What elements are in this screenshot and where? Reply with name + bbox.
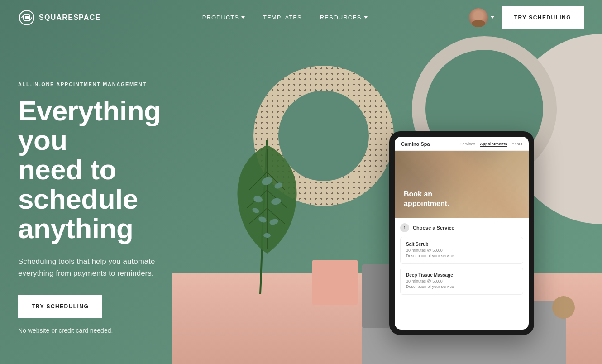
pink-block [312, 260, 358, 305]
nav-templates[interactable]: TEMPLATES [263, 14, 302, 21]
navbar-links: PRODUCTS TEMPLATES RESOURCES [202, 14, 368, 21]
nav-resources[interactable]: RESOURCES [320, 14, 368, 21]
hero-subtext: Scheduling tools that help you automate … [18, 256, 172, 279]
service-detail-1: 30 minutes @ 50.00 [406, 248, 517, 253]
step-label: Choose a Service [413, 225, 454, 230]
hero-headline-line2: need to schedule [18, 154, 138, 215]
hero-eyebrow: ALL-IN-ONE APPOINTMENT MANAGEMENT [18, 81, 208, 87]
try-scheduling-button[interactable]: TRY SCHEDULING [502, 6, 584, 29]
hero-headline-line1: Everything you [18, 95, 161, 156]
cylinder-decoration [552, 296, 575, 319]
tablet-nav: Services Appointments About [459, 142, 522, 147]
service-card-1: Salt Scrub 30 minutes @ 50.00 Descriptio… [400, 237, 523, 264]
tablet-nav-appointments: Appointments [480, 142, 507, 147]
nav-products[interactable]: PRODUCTS [202, 14, 245, 21]
leaf-decoration [222, 136, 312, 299]
tablet-hero-text: Book an appointment. [404, 190, 449, 209]
step-number: 1 [400, 223, 409, 232]
navbar: SQUARESPACE PRODUCTS TEMPLATES RESOURCES… [0, 0, 602, 35]
products-chevron-icon [241, 16, 245, 19]
leaf-svg [222, 136, 312, 299]
service-card-2: Deep Tissue Massage 30 minutes @ 50.00 D… [400, 268, 523, 295]
resources-chevron-icon [364, 16, 368, 19]
svg-rect-8 [25, 16, 29, 19]
avatar-face [469, 8, 488, 27]
user-avatar [469, 8, 488, 27]
hero-headline-line3: anything [18, 213, 133, 244]
avatar-chevron-icon [491, 16, 494, 19]
service-detail-2: 30 minutes @ 50.00 [406, 279, 517, 283]
service-description-2: Description of your service [406, 284, 517, 289]
no-cc-text: No website or credit card needed. [18, 327, 208, 334]
tablet-hero-text-line2: appointment. [404, 199, 449, 209]
brand-name: SQUARESPACE [39, 14, 100, 22]
service-name-1: Salt Scrub [406, 242, 517, 247]
hero-content: ALL-IN-ONE APPOINTMENT MANAGEMENT Everyt… [18, 81, 208, 334]
tablet-body: 1 Choose a Service Salt Scrub 30 minutes… [395, 218, 529, 304]
hero-headline: Everything you need to schedule anything [18, 96, 208, 243]
tablet-step: 1 Choose a Service [400, 223, 523, 232]
tablet-header: Camino Spa Services Appointments About [395, 137, 529, 151]
hero-section: Camino Spa Services Appointments About B… [0, 0, 602, 364]
navbar-right: TRY SCHEDULING [469, 6, 584, 29]
user-avatar-group[interactable] [469, 8, 494, 27]
hero-cta-button[interactable]: TRY SCHEDULING [18, 295, 102, 318]
tablet-nav-about: About [511, 142, 522, 147]
squarespace-logo-icon [18, 9, 35, 26]
tablet-device: Camino Spa Services Appointments About B… [389, 131, 534, 335]
service-description-1: Description of your service [406, 254, 517, 258]
tablet-hero-image: Book an appointment. [395, 151, 529, 218]
service-name-2: Deep Tissue Massage [406, 273, 517, 278]
tablet-nav-services: Services [459, 142, 475, 147]
navbar-logo-group: SQUARESPACE [18, 9, 100, 26]
tablet-screen: Camino Spa Services Appointments About B… [395, 137, 529, 330]
tablet-brand-name: Camino Spa [401, 141, 430, 147]
tablet-hero-text-line1: Book an [404, 190, 449, 199]
